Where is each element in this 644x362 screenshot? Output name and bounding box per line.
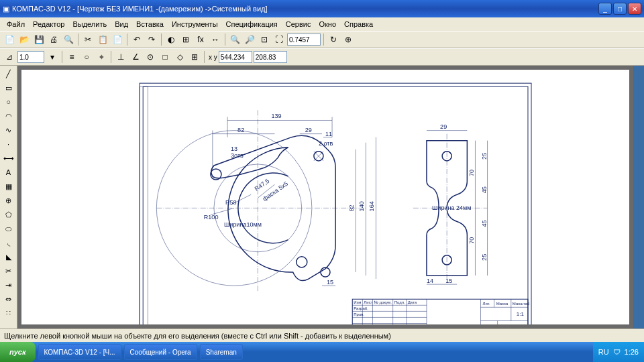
snap-1[interactable]: ⊥	[114, 50, 127, 64]
tb-sheet: Лист	[483, 324, 492, 324]
tool-axis[interactable]: ⊕	[1, 194, 16, 207]
tool-line[interactable]: ╱	[1, 67, 16, 80]
snap-6[interactable]: ⊞	[188, 50, 201, 64]
coord-y-input[interactable]	[254, 51, 287, 63]
workspace: 139 82 29 11 2 отв 13 3отв R100 R58 R47,…	[17, 66, 633, 328]
menu-view[interactable]: Вид	[111, 19, 132, 29]
cut-button[interactable]: ✂	[81, 33, 95, 46]
menu-window[interactable]: Окно	[315, 19, 340, 29]
tb-sheets: Листов 1	[502, 324, 519, 324]
menu-spec[interactable]: Спецификация	[222, 19, 282, 29]
app-icon: ▣	[3, 5, 9, 13]
minimize-button[interactable]: _	[598, 3, 612, 15]
coord-x-input[interactable]	[219, 51, 252, 63]
redo-button[interactable]: ↷	[145, 33, 158, 46]
tool-3[interactable]: fx	[194, 33, 207, 46]
task-kompas[interactable]: КОМПАС-3D V12 - [Ч...	[38, 344, 121, 360]
tool-fillet[interactable]: ◟	[1, 236, 16, 249]
dim-r100: R100	[204, 214, 219, 221]
dim-r58: R58	[225, 199, 237, 206]
menu-select[interactable]: Выделить	[68, 19, 111, 29]
scale-input[interactable]	[17, 51, 44, 63]
menu-insert[interactable]: Вставка	[132, 19, 168, 29]
maximize-button[interactable]: □	[613, 3, 627, 15]
tool-rect[interactable]: ▭	[1, 81, 16, 95]
snap-3[interactable]: ⊙	[144, 50, 157, 64]
tool-polygon[interactable]: ⬠	[1, 208, 16, 221]
copy-button[interactable]: 📋	[96, 33, 109, 46]
snap-2[interactable]: ∠	[129, 50, 142, 64]
side-70-1: 70	[468, 170, 475, 176]
tool-arc[interactable]: ◠	[1, 109, 16, 123]
tray-lang[interactable]: RU	[598, 348, 609, 356]
tool-dim[interactable]: ⟷	[1, 152, 16, 165]
tool-hatch[interactable]: ▦	[1, 180, 16, 193]
side-45-2: 45	[481, 220, 488, 227]
zoom-fit-button[interactable]: ⛶	[272, 33, 286, 46]
open-button[interactable]: 📂	[17, 33, 31, 46]
snap-4[interactable]: □	[158, 50, 172, 64]
tool-point[interactable]: ·	[1, 137, 16, 151]
svg-point-9	[297, 257, 307, 267]
status-bar: Щелкните левой кнопкой мыши на объекте д…	[0, 328, 644, 342]
dim-13: 13	[231, 145, 237, 152]
refresh-button[interactable]: ↻	[327, 33, 340, 46]
menu-edit[interactable]: Редактор	[29, 19, 68, 29]
width24: Ширина 24мм	[432, 204, 471, 211]
tool-1[interactable]: ◐	[164, 33, 178, 46]
zoom-out-button[interactable]: 🔎	[243, 33, 256, 46]
separator	[127, 34, 127, 46]
zoom-input[interactable]	[287, 34, 321, 46]
tb-sign: Подп.	[394, 300, 405, 304]
tool-extend[interactable]: ⇥	[1, 278, 16, 292]
menu-help[interactable]: Справка	[340, 19, 377, 29]
side-29: 29	[440, 123, 447, 130]
preview-button[interactable]: 🔍	[62, 33, 75, 46]
toolbar-main: 📄 📂 💾 🖨 🔍 ✂ 📋 📄 ↶ ↷ ◐ ⊞ fx ↔ 🔍 🔎 ⊡ ⛶ ↻ ⊕	[0, 31, 644, 48]
toolbar-secondary: ⊿ ▾ ≡ ○ ⌖ ⊥ ∠ ⊙ □ ◇ ⊞ x y	[0, 48, 644, 66]
tool-circle[interactable]: ○	[1, 95, 16, 109]
cad-drawing: 139 82 29 11 2 отв 13 3отв R100 R58 R47,…	[21, 70, 629, 324]
dim-11: 11	[325, 131, 332, 137]
new-button[interactable]: 📄	[3, 33, 16, 46]
tb-check: Пров.	[354, 312, 364, 316]
menu-tools[interactable]: Инструменты	[168, 19, 222, 29]
tool-mirror[interactable]: ⇔	[1, 292, 16, 306]
tool-ellipse[interactable]: ⬭	[1, 222, 16, 235]
tool-4[interactable]: ↔	[209, 33, 222, 46]
tool-2[interactable]: ⊞	[179, 33, 193, 46]
tool-c[interactable]: ○	[80, 50, 93, 64]
menu-file[interactable]: Файл	[3, 19, 29, 29]
tool-a[interactable]: ⊿	[3, 50, 16, 64]
task-opera[interactable]: Сообщений - Opera	[124, 344, 197, 360]
system-tray[interactable]: RU 🛡 1:26	[593, 342, 644, 362]
snap-5[interactable]: ◇	[173, 50, 186, 64]
task-shareman[interactable]: Shareman	[200, 344, 243, 360]
close-button[interactable]: ✕	[628, 3, 641, 15]
tool-5[interactable]: ⊕	[341, 33, 355, 46]
menu-service[interactable]: Сервис	[282, 19, 315, 29]
start-button[interactable]: пуск	[0, 342, 36, 362]
tool-trim[interactable]: ✂	[1, 264, 16, 278]
tb-doc: № докум.	[374, 300, 392, 304]
coord-label: x y	[209, 54, 217, 61]
tool-text[interactable]: A	[1, 166, 16, 179]
dim-82: 82	[237, 127, 244, 133]
tool-array[interactable]: ∷	[1, 306, 16, 320]
zoom-in-button[interactable]: 🔍	[228, 33, 241, 46]
tool-chamfer[interactable]: ◣	[1, 250, 16, 263]
layer-button[interactable]: ≡	[65, 50, 78, 64]
undo-button[interactable]: ↶	[130, 33, 144, 46]
paste-button[interactable]: 📄	[111, 33, 124, 46]
taskbar: пуск КОМПАС-3D V12 - [Ч... Сообщений - O…	[0, 342, 644, 362]
tool-spline[interactable]: ∿	[1, 123, 16, 137]
tool-b[interactable]: ▾	[46, 50, 59, 64]
tb-scaleval: 1:1	[517, 311, 525, 317]
tray-icon: 🛡	[613, 348, 621, 356]
tool-d[interactable]: ⌖	[95, 50, 108, 64]
zoom-window-button[interactable]: ⊡	[258, 33, 271, 46]
tb-scale: Масштаб	[513, 302, 530, 306]
print-button[interactable]: 🖨	[47, 33, 60, 46]
save-button[interactable]: 💾	[32, 33, 46, 46]
drawing-canvas[interactable]: 139 82 29 11 2 отв 13 3отв R100 R58 R47,…	[21, 70, 629, 324]
